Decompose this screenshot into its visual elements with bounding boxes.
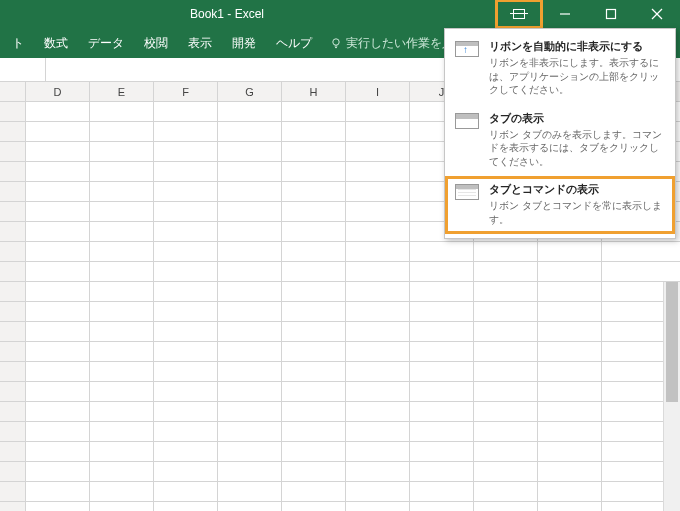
cell[interactable] xyxy=(154,162,218,181)
cell[interactable] xyxy=(282,402,346,421)
cell[interactable] xyxy=(474,342,538,361)
cell[interactable] xyxy=(474,422,538,441)
cell[interactable] xyxy=(26,442,90,461)
cell[interactable] xyxy=(474,282,538,301)
cell[interactable] xyxy=(282,182,346,201)
cell[interactable] xyxy=(154,122,218,141)
cell[interactable] xyxy=(410,482,474,501)
cell[interactable] xyxy=(26,342,90,361)
close-button[interactable] xyxy=(634,0,680,28)
cell[interactable] xyxy=(346,302,410,321)
name-box[interactable] xyxy=(0,58,46,81)
cell[interactable] xyxy=(154,262,218,281)
cell[interactable] xyxy=(90,282,154,301)
cell[interactable] xyxy=(538,382,602,401)
cell[interactable] xyxy=(346,242,410,261)
cell[interactable] xyxy=(346,262,410,281)
cell[interactable] xyxy=(282,122,346,141)
cell[interactable] xyxy=(538,242,602,261)
cell[interactable] xyxy=(538,262,602,281)
column-header[interactable]: I xyxy=(346,82,410,101)
cell[interactable] xyxy=(282,442,346,461)
cell[interactable] xyxy=(474,302,538,321)
cell[interactable] xyxy=(90,342,154,361)
cell[interactable] xyxy=(410,462,474,481)
cell[interactable] xyxy=(154,282,218,301)
row-header[interactable] xyxy=(0,462,26,481)
cell[interactable] xyxy=(346,362,410,381)
cell[interactable] xyxy=(90,182,154,201)
cell[interactable] xyxy=(282,102,346,121)
cell[interactable] xyxy=(26,102,90,121)
cell[interactable] xyxy=(346,382,410,401)
cell[interactable] xyxy=(218,202,282,221)
cell[interactable] xyxy=(538,442,602,461)
cell[interactable] xyxy=(26,182,90,201)
cell[interactable] xyxy=(26,162,90,181)
cell[interactable] xyxy=(474,362,538,381)
cell[interactable] xyxy=(218,502,282,511)
cell[interactable] xyxy=(218,182,282,201)
cell[interactable] xyxy=(346,502,410,511)
cell[interactable] xyxy=(90,322,154,341)
cell[interactable] xyxy=(346,202,410,221)
row-header[interactable] xyxy=(0,202,26,221)
cell[interactable] xyxy=(410,322,474,341)
cell[interactable] xyxy=(538,302,602,321)
cell[interactable] xyxy=(218,482,282,501)
cell[interactable] xyxy=(154,222,218,241)
row-header[interactable] xyxy=(0,162,26,181)
cell[interactable] xyxy=(282,482,346,501)
row-header[interactable] xyxy=(0,322,26,341)
cell[interactable] xyxy=(26,122,90,141)
row-header[interactable] xyxy=(0,102,26,121)
column-header[interactable]: E xyxy=(90,82,154,101)
cell[interactable] xyxy=(26,502,90,511)
cell[interactable] xyxy=(26,282,90,301)
cell[interactable] xyxy=(474,262,538,281)
row-header[interactable] xyxy=(0,142,26,161)
cell[interactable] xyxy=(90,242,154,261)
cell[interactable] xyxy=(474,462,538,481)
cell[interactable] xyxy=(346,102,410,121)
cell[interactable] xyxy=(154,342,218,361)
cell[interactable] xyxy=(346,122,410,141)
cell[interactable] xyxy=(26,462,90,481)
ribbon-tab-formulas[interactable]: 数式 xyxy=(34,28,78,58)
cell[interactable] xyxy=(282,322,346,341)
cell[interactable] xyxy=(410,242,474,261)
cell[interactable] xyxy=(154,302,218,321)
cell[interactable] xyxy=(474,482,538,501)
cell[interactable] xyxy=(154,442,218,461)
cell[interactable] xyxy=(474,502,538,511)
cell[interactable] xyxy=(282,262,346,281)
cell[interactable] xyxy=(26,422,90,441)
cell[interactable] xyxy=(154,502,218,511)
cell[interactable] xyxy=(154,362,218,381)
menu-item-show-tabs-and-commands[interactable]: タブとコマンドの表示 リボン タブとコマンドを常に表示します。 xyxy=(445,176,675,234)
cell[interactable] xyxy=(410,302,474,321)
ribbon-tab-review[interactable]: 校閲 xyxy=(134,28,178,58)
cell[interactable] xyxy=(218,442,282,461)
cell[interactable] xyxy=(90,102,154,121)
cell[interactable] xyxy=(538,342,602,361)
cell[interactable] xyxy=(218,402,282,421)
ribbon-tab-developer[interactable]: 開発 xyxy=(222,28,266,58)
cell[interactable] xyxy=(218,322,282,341)
cell[interactable] xyxy=(346,342,410,361)
column-header[interactable]: H xyxy=(282,82,346,101)
cell[interactable] xyxy=(538,482,602,501)
row-header[interactable] xyxy=(0,422,26,441)
cell[interactable] xyxy=(218,122,282,141)
cell[interactable] xyxy=(410,282,474,301)
cell[interactable] xyxy=(154,322,218,341)
minimize-button[interactable] xyxy=(542,0,588,28)
cell[interactable] xyxy=(90,142,154,161)
cell[interactable] xyxy=(282,282,346,301)
cell[interactable] xyxy=(346,402,410,421)
cell[interactable] xyxy=(282,162,346,181)
maximize-button[interactable] xyxy=(588,0,634,28)
cell[interactable] xyxy=(154,182,218,201)
row-header[interactable] xyxy=(0,482,26,501)
cell[interactable] xyxy=(346,282,410,301)
